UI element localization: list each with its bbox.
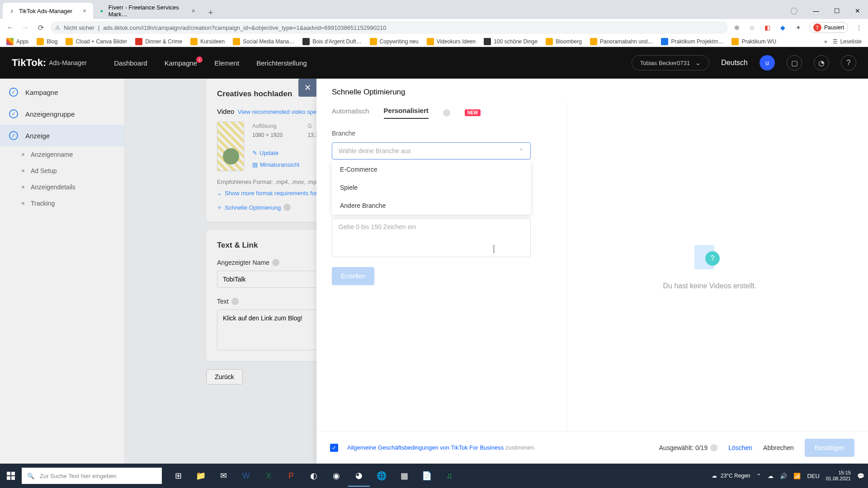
- powerpoint-icon[interactable]: P: [280, 465, 302, 487]
- bookmark[interactable]: Copywriting neu: [370, 38, 419, 45]
- windows-taskbar: 🔍 Zur Suche Text hier eingeben ⊞ 📁 ✉ W X…: [0, 464, 868, 488]
- terms-text: Allgemeine Geschäftsbedingungen von TikT…: [347, 444, 535, 451]
- app-icon[interactable]: ◐: [303, 465, 325, 487]
- browser-tab[interactable]: ● Fiverr - Freelance Services Mark… ×: [93, 3, 202, 19]
- search-icon: 🔍: [27, 473, 34, 479]
- folder-icon: [427, 38, 434, 45]
- browser-tab-active[interactable]: ♪ TikTok Ads-Manager ×: [3, 3, 93, 19]
- avatar[interactable]: u: [760, 55, 775, 70]
- tray-chevron-icon[interactable]: ⌃: [756, 473, 761, 479]
- spotify-icon[interactable]: ♫: [439, 465, 460, 487]
- terms-checkbox[interactable]: ✓: [330, 444, 338, 452]
- profile-pill[interactable]: T Pausiert: [809, 22, 848, 33]
- weather-widget[interactable]: ☁ 23°C Regen: [712, 473, 750, 479]
- profile-avatar: T: [813, 23, 821, 32]
- close-icon[interactable]: ×: [81, 8, 88, 14]
- panel-title: Schnelle Optimierung: [316, 79, 868, 102]
- url-text: ads.tiktok.com/i18n/campaign/ad/creation…: [103, 24, 386, 31]
- url-input[interactable]: ⚠ Nicht sicher | ads.tiktok.com/i18n/cam…: [51, 21, 728, 34]
- extension-icon[interactable]: ◆: [778, 23, 788, 32]
- extension-icon[interactable]: ◧: [763, 23, 772, 32]
- onedrive-icon[interactable]: ☁: [768, 473, 774, 479]
- zoom-icon[interactable]: ⊕: [732, 23, 741, 32]
- incognito-icon: [791, 8, 797, 14]
- slogan-textarea[interactable]: Gebe 0 bis 150 Zeichen ein: [332, 218, 531, 257]
- bookmark[interactable]: 100 schöne Dinge: [484, 38, 538, 45]
- folder-icon: [37, 38, 44, 45]
- nav-element[interactable]: Element: [214, 59, 239, 67]
- start-button[interactable]: [0, 464, 22, 488]
- mail-icon[interactable]: ✉: [212, 465, 234, 487]
- language-indicator[interactable]: DEU: [807, 473, 819, 479]
- bookmark[interactable]: Cload + Canva Bilder: [66, 38, 127, 45]
- confirm-button[interactable]: Bestätigen: [805, 439, 854, 457]
- account-selector[interactable]: Tobias Becker0731: [632, 55, 710, 70]
- bookmark[interactable]: Dinner & Crime: [135, 38, 182, 45]
- delete-button[interactable]: Löschen: [728, 444, 752, 451]
- obs-icon[interactable]: ◉: [326, 465, 347, 487]
- system-tray: ☁ 23°C Regen ⌃ ☁ 🔊 📶 DEU 15:15 01.08.202…: [712, 470, 868, 482]
- bookmark[interactable]: Bois d'Argent Duft…: [302, 38, 361, 45]
- bookmarks-overflow[interactable]: »: [824, 38, 827, 45]
- create-button[interactable]: Erstellen: [332, 267, 374, 285]
- nav-kampagne[interactable]: Kampagne1: [165, 59, 198, 67]
- extensions-icon[interactable]: ✦: [794, 23, 803, 32]
- bookmark[interactable]: Videokurs Ideen: [427, 38, 476, 45]
- close-icon[interactable]: ×: [191, 8, 196, 14]
- nav-berichterstellung[interactable]: Berichterstellung: [256, 59, 307, 67]
- word-icon[interactable]: W: [235, 465, 257, 487]
- taskbar-search[interactable]: 🔍 Zur Suche Text hier eingeben: [22, 468, 162, 484]
- forward-button[interactable]: →: [20, 22, 31, 33]
- new-tab-button[interactable]: +: [204, 6, 217, 19]
- bookmarks-bar: Apps Blog Cload + Canva Bilder Dinner & …: [0, 36, 868, 47]
- reload-button[interactable]: ⟳: [35, 22, 46, 33]
- panel-tabs: Automatisch Personalisiert NEW: [332, 107, 553, 119]
- maximize-button[interactable]: ☐: [826, 4, 847, 18]
- bookmark[interactable]: Praktikum WU: [731, 38, 776, 45]
- notifications-icon[interactable]: 💬: [857, 473, 864, 479]
- tab-automatisch[interactable]: Automatisch: [332, 107, 369, 118]
- chrome-icon[interactable]: ◕: [348, 465, 370, 487]
- site-icon: [661, 38, 668, 45]
- notepad-icon[interactable]: 📄: [416, 465, 438, 487]
- terms-link[interactable]: Allgemeine Geschäftsbedingungen von TikT…: [347, 444, 504, 451]
- cancel-button[interactable]: Abbrechen: [763, 444, 794, 451]
- close-panel-button[interactable]: ✕: [298, 79, 316, 97]
- briefcase-icon[interactable]: ▢: [787, 55, 802, 70]
- wifi-icon[interactable]: 📶: [793, 473, 801, 479]
- windows-icon: [7, 472, 15, 480]
- bookmark[interactable]: Blog: [37, 38, 57, 45]
- folder-icon: [233, 38, 240, 45]
- app-icon[interactable]: ▦: [393, 465, 415, 487]
- explorer-icon[interactable]: 📁: [190, 465, 212, 487]
- bookmark[interactable]: Kursideen: [190, 38, 225, 45]
- option-andere[interactable]: Andere Branche: [332, 197, 531, 215]
- nav-dashboard[interactable]: Dashboard: [114, 59, 147, 67]
- excel-icon[interactable]: X: [258, 465, 279, 487]
- branche-select[interactable]: Wähle deine Branche aus ⌃: [332, 142, 531, 160]
- star-icon[interactable]: ☆: [748, 23, 757, 32]
- clock[interactable]: 15:15 01.08.2021: [826, 470, 851, 482]
- task-view-icon[interactable]: ⊞: [167, 465, 189, 487]
- option-spiele[interactable]: Spiele: [332, 178, 531, 197]
- back-button[interactable]: ←: [5, 22, 15, 33]
- help-icon[interactable]: ?: [841, 55, 856, 70]
- dim-overlay: [0, 79, 316, 464]
- volume-icon[interactable]: 🔊: [780, 473, 787, 479]
- bell-icon[interactable]: ◔: [814, 55, 829, 70]
- apps-icon: [6, 38, 14, 45]
- tab-personalisiert[interactable]: Personalisiert: [384, 107, 429, 119]
- bookmark[interactable]: Panoramabahn und…: [590, 38, 653, 45]
- language-selector[interactable]: Deutsch: [721, 59, 748, 67]
- minimize-button[interactable]: —: [806, 4, 826, 18]
- menu-icon[interactable]: ⋮: [854, 23, 863, 32]
- close-window-button[interactable]: ✕: [847, 4, 868, 18]
- tiktok-logo[interactable]: TikTok:Ads-Manager: [12, 57, 87, 69]
- bookmark-apps[interactable]: Apps: [6, 38, 28, 45]
- bookmark[interactable]: Social Media Mana…: [233, 38, 294, 45]
- bookmark[interactable]: Praktikum Projektm…: [661, 38, 723, 45]
- reading-list[interactable]: ☰ Leseliste: [833, 38, 862, 45]
- edge-icon[interactable]: 🌐: [371, 465, 392, 487]
- option-ecommerce[interactable]: E-Commerce: [332, 160, 531, 178]
- bookmark[interactable]: Bloomberg: [546, 38, 582, 45]
